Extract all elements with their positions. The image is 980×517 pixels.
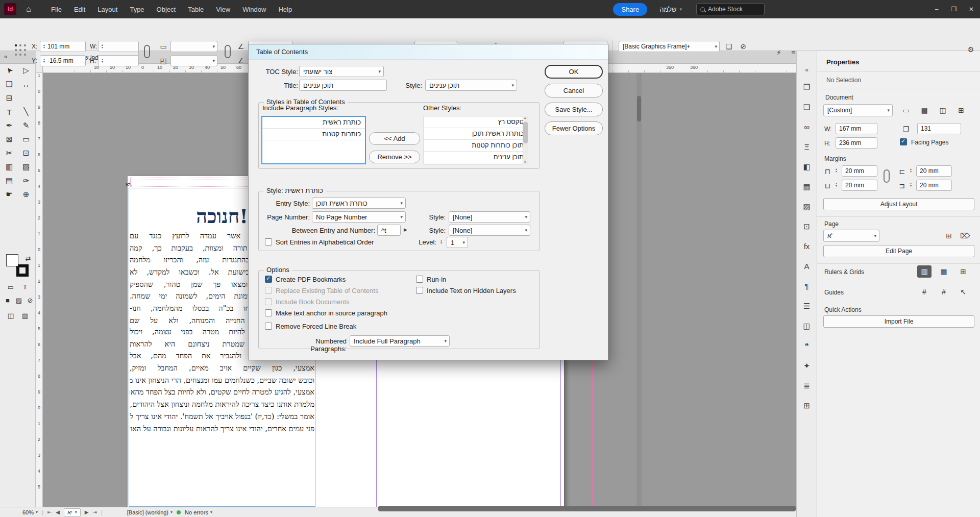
current-page-dropdown[interactable]: א': [823, 230, 879, 242]
show-guides-icon[interactable]: #: [917, 286, 932, 298]
apply-gradient-icon[interactable]: ▨: [13, 295, 24, 305]
columns-setup-icon[interactable]: ◫: [936, 104, 950, 116]
quick-apply-lightning-icon[interactable]: ⚡: [773, 47, 785, 58]
scale-x-dropdown[interactable]: [170, 41, 217, 52]
y-spinner[interactable]: [43, 58, 45, 63]
pages-panel-icon[interactable]: ❐: [800, 81, 814, 93]
previous-page-icon[interactable]: ◀: [56, 509, 60, 515]
scissors-tool-icon[interactable]: ✂: [2, 147, 16, 159]
margins-link-icon[interactable]: [884, 169, 890, 183]
page-number-style-dropdown[interactable]: [None]: [449, 211, 530, 223]
vertical-scrollbar[interactable]: [636, 73, 642, 507]
zoom-tool-icon[interactable]: ⊕: [19, 188, 33, 201]
x-spinner[interactable]: [43, 44, 45, 49]
gradient-feather-tool-icon[interactable]: ▨: [19, 161, 33, 173]
pen-tool-icon[interactable]: ✒: [2, 119, 16, 132]
lock-guides-icon[interactable]: #: [937, 286, 951, 298]
menu-item[interactable]: Table: [182, 0, 210, 18]
numbered-paragraphs-dropdown[interactable]: Include Full Paragraph: [350, 335, 450, 347]
fill-box[interactable]: [6, 254, 18, 266]
create-pdf-bookmarks-checkbox[interactable]: [265, 276, 272, 283]
rectangle-tool-icon[interactable]: ▭: [19, 133, 33, 145]
baseline-grid-icon[interactable]: ▦: [937, 265, 951, 278]
formatting-affects-container-icon[interactable]: ▭: [5, 282, 16, 292]
reference-point-proxy[interactable]: [13, 43, 28, 57]
delete-page-icon[interactable]: ⌦: [958, 230, 972, 242]
constrain-scale-icon[interactable]: [225, 45, 231, 58]
menu-item[interactable]: Edit: [68, 0, 91, 18]
page-size-icon[interactable]: ▭: [899, 104, 913, 116]
note-tool-icon[interactable]: ▤: [2, 175, 16, 187]
facing-pages-checkbox[interactable]: [900, 138, 907, 145]
content-collector-tool-icon[interactable]: ⊟: [2, 92, 16, 104]
gradient-tool-icon[interactable]: ▥: [2, 161, 16, 173]
entry-style-dropdown[interactable]: כותרת ראשית תוכן: [312, 198, 406, 209]
pages-count-field[interactable]: 131: [917, 123, 961, 134]
layers-panel-icon[interactable]: ❏: [800, 101, 814, 113]
other-style-item[interactable]: תוכן ענינים: [424, 152, 528, 163]
menu-item[interactable]: Object: [151, 0, 182, 18]
include-style-item[interactable]: כותרת ראשית: [262, 117, 365, 129]
adjust-layout-button[interactable]: Adjust Layout: [823, 198, 974, 210]
apply-color-icon[interactable]: ■: [2, 295, 13, 305]
object-styles-panel-icon[interactable]: ⊡: [800, 220, 814, 233]
margin-outside-field[interactable]: 20 mm: [916, 180, 952, 191]
margin-top-spinner[interactable]: [836, 168, 837, 173]
free-transform-tool-icon[interactable]: ⊡: [19, 147, 33, 159]
text-wrap-panel-icon[interactable]: ◫: [800, 319, 814, 332]
data-merge-panel-icon[interactable]: ⊞: [800, 399, 814, 412]
page-number-dropdown[interactable]: יא: [64, 508, 81, 516]
horizontal-scrollbar-thumb[interactable]: [378, 506, 796, 511]
user-menu[interactable]: שלמה: [659, 6, 682, 13]
hidden-layers-checkbox[interactable]: [416, 287, 423, 294]
margins-setup-icon[interactable]: ▤: [917, 104, 932, 116]
list-scrollbar[interactable]: [523, 116, 528, 164]
links-panel-icon[interactable]: ∞: [800, 120, 814, 133]
margin-outside-spinner[interactable]: [910, 182, 912, 187]
close-button[interactable]: ✕: [963, 0, 980, 18]
title-input[interactable]: תוכן ענינים: [299, 80, 387, 91]
break-link-style-icon[interactable]: ⊘: [737, 41, 749, 52]
import-file-button[interactable]: Import File: [823, 315, 974, 328]
gradient-panel-icon[interactable]: ▨: [800, 200, 814, 213]
between-entry-menu-icon[interactable]: ▶: [404, 227, 407, 232]
rectangle-frame-tool-icon[interactable]: ⊠: [2, 133, 16, 145]
between-entry-input[interactable]: ^t: [377, 225, 401, 236]
effects-panel-icon[interactable]: fx: [800, 240, 814, 253]
list-scrollbar-thumb[interactable]: [523, 122, 528, 143]
menu-item[interactable]: Help: [272, 0, 298, 18]
edit-page-button[interactable]: Edit Page: [823, 245, 974, 257]
screen-mode-icon[interactable]: ◫: [5, 310, 16, 321]
cancel-button[interactable]: Cancel: [545, 84, 603, 97]
ok-button[interactable]: OK: [545, 65, 603, 79]
item[interactable]: ☰: [800, 300, 814, 312]
next-page-icon[interactable]: ▶: [85, 509, 89, 515]
eyedropper-tool-icon[interactable]: ✑: [19, 175, 33, 187]
other-style-item[interactable]: תוכן כותרות קטנות: [424, 140, 528, 152]
menu-item[interactable]: Window: [236, 0, 272, 18]
swatches-panel-icon[interactable]: ▦: [800, 180, 814, 193]
include-style-item[interactable]: כותרות קטנות: [262, 129, 365, 140]
gap-tool-icon[interactable]: ↔: [19, 78, 33, 90]
margin-inside-field[interactable]: 20 mm: [916, 165, 952, 177]
hand-tool-icon[interactable]: ☛: [2, 188, 16, 201]
document-preset-dropdown[interactable]: [Custom]: [823, 104, 893, 116]
between-style-dropdown[interactable]: [None]: [449, 225, 530, 236]
apply-none-icon[interactable]: ⊘: [24, 295, 36, 305]
line-tool-icon[interactable]: ╲: [19, 106, 33, 118]
title-style-dropdown[interactable]: תוכן ענינים: [425, 80, 517, 91]
type-tool-icon[interactable]: T: [2, 106, 16, 118]
margin-inside-spinner[interactable]: [910, 168, 912, 173]
preflight-errors-dropdown[interactable]: No errors: [185, 509, 212, 515]
document-grid-icon[interactable]: ⊞: [956, 265, 970, 278]
toc-style-dropdown[interactable]: צור ישועתי: [299, 66, 384, 77]
save-style-button[interactable]: Save Style...: [545, 103, 603, 116]
zoom-level-dropdown[interactable]: 60%: [22, 509, 38, 515]
w-spinner[interactable]: [102, 44, 103, 49]
toolbar-collapse-icon[interactable]: «: [4, 53, 8, 60]
x-position-field[interactable]: 101 mm: [40, 41, 86, 52]
constrain-dimensions-icon[interactable]: [144, 45, 150, 58]
level-spinner[interactable]: [440, 239, 442, 244]
smart-guides-icon[interactable]: ↖: [956, 286, 970, 298]
paragraph-styles-panel-icon[interactable]: ¶: [800, 280, 814, 292]
